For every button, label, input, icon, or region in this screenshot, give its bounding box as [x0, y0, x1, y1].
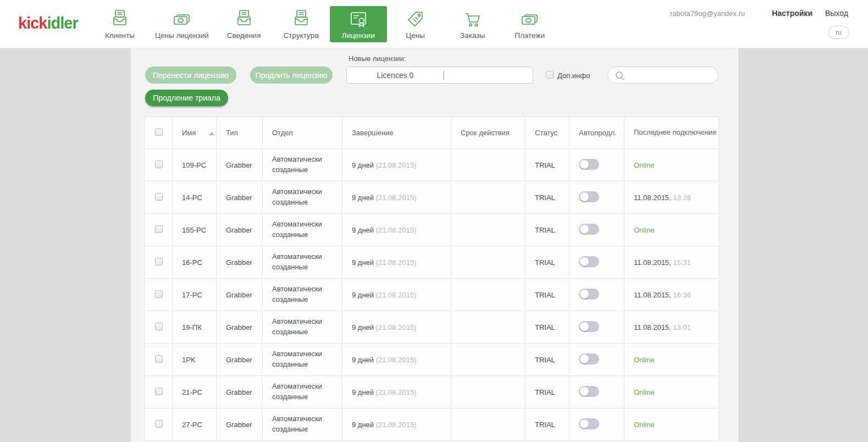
- toggle-knob: [580, 322, 589, 331]
- select-all-checkbox[interactable]: [155, 128, 163, 136]
- main-nav: КлиентыЦены лицензийСведенияСтруктураЛиц…: [91, 0, 559, 48]
- settings-link[interactable]: Настройки: [772, 9, 812, 18]
- cell-name: 155-PC: [173, 214, 217, 246]
- row-checkbox[interactable]: [155, 323, 163, 330]
- nav-item-5[interactable]: Лицензии: [330, 6, 387, 42]
- extend-license-button[interactable]: Продлить лицензию: [250, 67, 333, 84]
- account-email: rabota79og@yandex.ru: [670, 9, 745, 18]
- autorenew-toggle[interactable]: [579, 353, 599, 364]
- nav-item-label: Платежи: [515, 31, 545, 40]
- cell-last-connection: Online: [624, 344, 719, 376]
- header-last-connection[interactable]: Последнее подключение: [624, 117, 719, 149]
- table-row: 14-PCGrabberАвтоматическисозданные9 дней…: [145, 181, 719, 214]
- extend-trial-button[interactable]: Продление триала: [145, 90, 228, 106]
- table-row: 19-ПКGrabberАвтоматическисозданные9 дней…: [145, 311, 719, 344]
- banknotes-icon: [172, 9, 192, 29]
- language-selector[interactable]: ru: [828, 26, 849, 39]
- cell-finish: 9 дней (21.08.2015): [342, 376, 451, 408]
- autorenew-toggle[interactable]: [579, 418, 599, 429]
- banknotes-icon: [520, 9, 540, 29]
- cell-autorenew: [570, 344, 624, 376]
- row-select-cell: [145, 181, 173, 214]
- cell-type: Grabber: [217, 149, 263, 181]
- autorenew-toggle[interactable]: [579, 159, 599, 170]
- header-department[interactable]: Отдел: [263, 117, 342, 149]
- cell-finish: 9 дней (21.08.2015): [342, 149, 451, 181]
- cell-status: TRIAL: [526, 246, 570, 279]
- header-validity[interactable]: Срок действия: [451, 117, 526, 149]
- cell-status: TRIAL: [526, 279, 570, 311]
- nav-item-6[interactable]: Цены: [387, 6, 444, 42]
- cell-department: Автоматическисозданные: [263, 408, 342, 441]
- transfer-license-button[interactable]: Перенести лицензию: [145, 67, 236, 84]
- header-finish[interactable]: Завершение: [342, 117, 451, 149]
- cell-name: 19-ПК: [173, 311, 217, 344]
- row-checkbox[interactable]: [155, 420, 163, 428]
- row-checkbox[interactable]: [155, 355, 163, 363]
- row-checkbox[interactable]: [155, 388, 163, 395]
- logo-part-idler: idler: [47, 14, 78, 32]
- search-input[interactable]: [628, 68, 715, 82]
- nav-item-3[interactable]: Сведения: [215, 6, 273, 42]
- last-date: 11.08.2015,: [634, 194, 671, 202]
- cell-department: Автоматическисозданные: [263, 279, 342, 311]
- cell-status: TRIAL: [526, 214, 570, 246]
- nav-item-1[interactable]: Клиенты: [91, 6, 148, 42]
- header-name[interactable]: Имя: [173, 117, 217, 149]
- row-checkbox[interactable]: [155, 193, 163, 201]
- cell-department: Автоматическисозданные: [263, 214, 342, 246]
- cell-last-connection: Online: [624, 408, 719, 441]
- last-date: 11.08.2015,: [634, 291, 671, 299]
- last-time: 16:36: [673, 291, 691, 299]
- extra-info-checkbox[interactable]: [546, 71, 554, 79]
- nav-item-label: Цены: [406, 31, 425, 40]
- autorenew-toggle[interactable]: [579, 256, 599, 267]
- finish-date: (21.08.2015): [376, 356, 417, 364]
- row-checkbox[interactable]: [155, 225, 163, 233]
- toggle-knob: [580, 257, 589, 266]
- toggle-knob: [580, 355, 589, 363]
- last-date: 11.08.2015,: [634, 323, 671, 332]
- cart-icon: [463, 9, 483, 29]
- nav-item-2[interactable]: Цены лицензий: [148, 6, 215, 42]
- autorenew-toggle[interactable]: [579, 321, 599, 332]
- nav-item-7[interactable]: Заказы: [444, 6, 501, 42]
- autorenew-toggle[interactable]: [579, 289, 599, 300]
- sort-asc-icon[interactable]: [209, 132, 214, 135]
- cell-validity: [451, 279, 526, 311]
- logout-link[interactable]: Выход: [825, 9, 848, 18]
- nav-item-4[interactable]: Структура: [273, 6, 330, 42]
- autorenew-toggle[interactable]: [579, 386, 599, 397]
- logo-part-kick: kick: [18, 14, 47, 32]
- row-select-cell: [145, 311, 173, 344]
- row-checkbox[interactable]: [155, 161, 163, 168]
- row-checkbox[interactable]: [155, 290, 163, 298]
- cell-type: Grabber: [217, 279, 263, 311]
- row-checkbox[interactable]: [155, 258, 163, 266]
- nav-item-label: Заказы: [460, 31, 485, 40]
- header-type[interactable]: Тип: [217, 117, 263, 149]
- finish-date: (21.08.2015): [376, 421, 417, 429]
- cell-validity: [451, 214, 526, 246]
- cell-type: Grabber: [217, 181, 263, 214]
- cell-type: Grabber: [217, 376, 263, 408]
- nav-item-8[interactable]: Платежи: [501, 6, 559, 42]
- new-licenses-input[interactable]: Licences 0: [346, 67, 533, 84]
- cell-status: TRIAL: [526, 376, 570, 408]
- kickidler-logo[interactable]: kickidler: [18, 14, 78, 32]
- cell-autorenew: [570, 214, 624, 246]
- cell-type: Grabber: [217, 246, 263, 279]
- cell-department: Автоматическисозданные: [263, 311, 342, 344]
- autorenew-toggle[interactable]: [579, 191, 599, 202]
- header-autorenew[interactable]: Автопродл.: [570, 117, 624, 149]
- cell-department: Автоматическисозданные: [263, 149, 342, 181]
- row-select-cell: [145, 246, 173, 279]
- header-status[interactable]: Статус: [526, 117, 570, 149]
- status-badge: TRIAL: [535, 194, 555, 202]
- online-status: Online: [634, 356, 655, 364]
- cell-last-connection: 11.08.2015, 16:36: [624, 279, 719, 311]
- autorenew-toggle[interactable]: [579, 224, 599, 235]
- cell-validity: [451, 376, 526, 408]
- search-box: [607, 67, 718, 84]
- cell-autorenew: [570, 181, 624, 214]
